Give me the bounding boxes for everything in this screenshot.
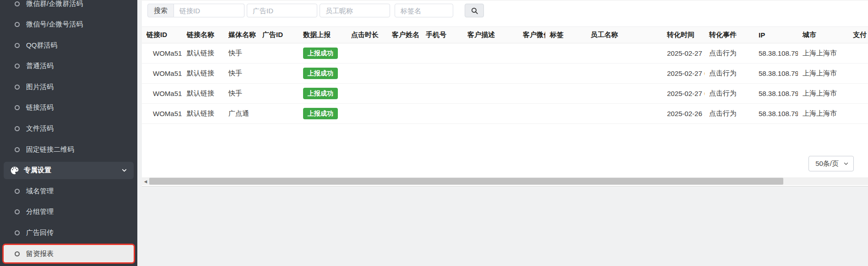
cell-convert-time: 2025-02-27 09:57:04 xyxy=(662,64,705,84)
column-header: IP xyxy=(754,27,798,43)
sidebar-item[interactable]: 图片活码 xyxy=(0,77,137,98)
cell-customer-desc xyxy=(463,84,518,104)
circle-icon xyxy=(15,85,20,90)
cell-city: 上海上海市 xyxy=(798,64,848,84)
sidebar-item-row: 广告回传 xyxy=(4,224,134,242)
sidebar-item[interactable]: 微信群/企微群活码 xyxy=(0,0,137,14)
cell-report-status: 上报成功 xyxy=(298,43,347,64)
sidebar-item[interactable]: 域名管理 xyxy=(0,181,137,202)
cell-convert-time: 2025-02-27 09:50:33 xyxy=(662,84,705,104)
sidebar-item[interactable]: 广告回传 xyxy=(0,223,137,244)
cell-ip: 58.38.108.79 xyxy=(754,104,798,124)
tag-name-input[interactable] xyxy=(395,4,453,17)
cell-ad-id xyxy=(258,104,298,124)
cell-link-id: WOMa51 xyxy=(142,104,182,124)
page-size-select[interactable]: 50条/页 xyxy=(808,156,854,171)
sidebar-item-label: 域名管理 xyxy=(26,187,54,196)
cell-convert-time: 2025-02-27 10:54:39 xyxy=(662,43,705,64)
sidebar-item-label: 专属设置 xyxy=(24,166,51,175)
sidebar-item[interactable]: 固定链接二维码 xyxy=(0,139,137,160)
sidebar-item-label: 链接活码 xyxy=(26,103,54,112)
cell-phone xyxy=(421,64,463,84)
cell-link-name: 默认链接 xyxy=(182,64,224,84)
sidebar-item-label: 留资报表 xyxy=(26,250,54,258)
scroll-left-button[interactable]: ◄ xyxy=(142,177,149,185)
cell-customer-desc xyxy=(463,104,518,124)
cell-tag xyxy=(545,43,586,64)
scrollbar-thumb[interactable] xyxy=(149,178,783,185)
report-status-badge: 上报成功 xyxy=(303,108,338,120)
cell-staff-name xyxy=(586,64,662,84)
sidebar-item[interactable]: 分组管理 xyxy=(0,202,137,223)
cell-ip: 58.38.108.79 xyxy=(754,84,798,104)
search-bar: 搜索 xyxy=(142,0,868,17)
sidebar-item-label: 固定链接二维码 xyxy=(26,145,74,154)
cell-link-name: 默认链接 xyxy=(182,104,224,124)
sidebar-item[interactable]: 链接活码 xyxy=(0,97,137,118)
column-header: 数据上报 xyxy=(298,27,347,43)
column-header: 转化时间 xyxy=(662,27,705,43)
sidebar-item[interactable]: 专属设置 xyxy=(0,160,137,181)
cell-media-name: 广点通 xyxy=(224,104,258,124)
sidebar-item-row: 图片活码 xyxy=(4,79,134,96)
sidebar-item[interactable]: 留资报表 xyxy=(0,243,137,264)
circle-icon xyxy=(15,22,20,27)
sidebar-item-label: 微信号/企微号活码 xyxy=(26,20,83,29)
cell-link-name: 默认链接 xyxy=(182,43,224,64)
circle-icon xyxy=(15,230,20,235)
cell-city: 上海上海市 xyxy=(798,43,848,64)
sidebar-item-label: 普通活码 xyxy=(26,62,54,70)
column-header: 标签 xyxy=(545,27,586,43)
pagination: 50条/页 xyxy=(142,156,868,171)
link-id-input[interactable] xyxy=(174,4,244,17)
page-size-value: 50条/页 xyxy=(815,160,839,168)
column-header: 广告ID xyxy=(258,27,298,43)
column-header: 客户描述 xyxy=(463,27,518,43)
sidebar-item-label: 分组管理 xyxy=(26,207,54,216)
sidebar-item-row: 域名管理 xyxy=(4,183,134,200)
cell-convert-event: 点击行为 xyxy=(705,84,754,104)
table-row: WOMa51 默认链接 快手 上报成功 xyxy=(142,84,868,104)
sidebar-item-row: 分组管理 xyxy=(4,203,134,221)
cell-link-name: 默认链接 xyxy=(182,84,224,104)
sidebar-item[interactable]: 文件活码 xyxy=(0,118,137,139)
cell-customer-desc xyxy=(463,43,518,64)
column-header: 员工名称 xyxy=(586,27,662,43)
column-header: 手机号 xyxy=(421,27,463,43)
cell-tag xyxy=(545,104,586,124)
column-header: 支付 xyxy=(848,27,868,43)
sidebar-item-row: 微信群/企微群活码 xyxy=(4,0,134,12)
cell-media-name: 快手 xyxy=(224,43,258,64)
sidebar-item-row: 留资报表 xyxy=(4,245,134,262)
cell-tag xyxy=(545,84,586,104)
sidebar-item[interactable]: 普通活码 xyxy=(0,56,137,77)
sidebar: 微信群/企微群活码 微信号/企微号活码 QQ群活码 xyxy=(0,0,137,266)
sidebar-item-row: 微信号/企微号活码 xyxy=(4,16,134,33)
cell-convert-event: 点击行为 xyxy=(705,104,754,124)
horizontal-scrollbar[interactable]: ◄ xyxy=(142,177,868,185)
sidebar-item-label: 广告回传 xyxy=(26,229,54,237)
circle-icon xyxy=(15,126,20,131)
search-button[interactable] xyxy=(465,4,484,17)
cell-customer-name xyxy=(387,64,421,84)
sidebar-item-row: 文件活码 xyxy=(4,120,134,138)
data-table: 链接ID链接名称媒体名称广告ID数据上报点击时长客户姓名手机号客户描述客户微信昵… xyxy=(142,27,868,124)
cell-city: 上海上海市 xyxy=(798,84,848,104)
sidebar-item[interactable]: QQ群活码 xyxy=(0,35,137,56)
circle-icon xyxy=(15,43,20,48)
sidebar-item[interactable]: 微信号/企微号活码 xyxy=(0,14,137,35)
sidebar-item-label: 文件活码 xyxy=(26,124,54,133)
table-body: WOMa51 默认链接 快手 上报成功 xyxy=(142,43,868,124)
column-header: 城市 xyxy=(798,27,848,43)
cell-staff-name xyxy=(586,104,662,124)
column-header: 媒体名称 xyxy=(224,27,258,43)
circle-icon xyxy=(15,209,20,214)
cell-phone xyxy=(421,43,463,64)
cell-pay xyxy=(848,104,868,124)
sidebar-item-label: 微信群/企微群活码 xyxy=(26,0,83,8)
staff-nickname-input[interactable] xyxy=(320,4,390,17)
cell-media-name: 快手 xyxy=(224,84,258,104)
cell-convert-event: 点击行为 xyxy=(705,64,754,84)
report-status-badge: 上报成功 xyxy=(303,68,338,80)
ad-id-input[interactable] xyxy=(247,4,317,17)
